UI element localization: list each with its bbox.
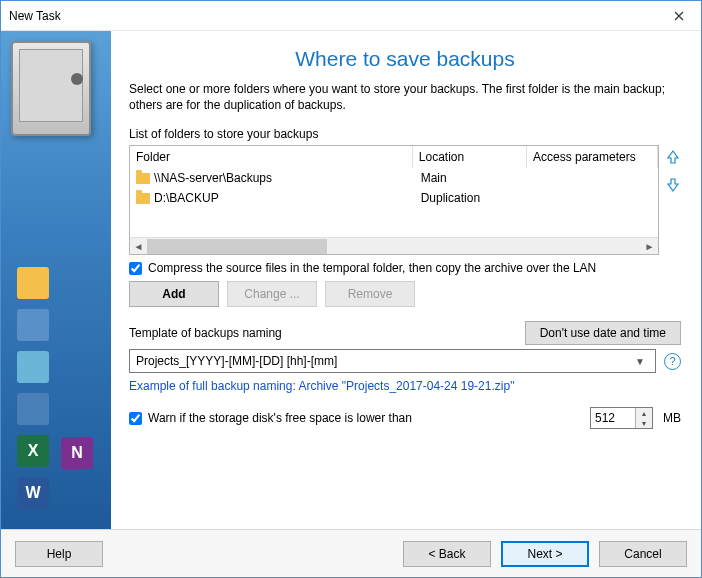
move-down-button[interactable] (665, 177, 681, 193)
folder-icon (136, 173, 150, 184)
folder-icon (17, 267, 49, 299)
table-row[interactable]: \\NAS-server\Backups Main (130, 168, 658, 188)
warn-label: Warn if the storage disk's free space is… (148, 411, 412, 425)
template-label: Template of backups naming (129, 326, 282, 340)
remove-button[interactable]: Remove (325, 281, 415, 307)
sidebar-icons-2: N (61, 437, 93, 469)
reorder-arrows (665, 145, 681, 255)
move-up-button[interactable] (665, 149, 681, 165)
spin-down-icon[interactable]: ▼ (636, 418, 652, 428)
close-icon (674, 11, 684, 21)
contacts-icon (17, 393, 49, 425)
content: Where to save backups Select one or more… (111, 31, 701, 529)
compress-checkbox-row[interactable]: Compress the source files in the tempora… (129, 261, 681, 275)
close-button[interactable] (656, 1, 701, 30)
page-title: Where to save backups (129, 47, 681, 71)
folders-table[interactable]: Folder Location Access parameters \\NAS-… (129, 145, 659, 255)
template-combobox[interactable]: ▼ (129, 349, 656, 373)
col-folder[interactable]: Folder (130, 146, 413, 168)
change-button[interactable]: Change ... (227, 281, 317, 307)
new-task-window: New Task X W N Where to save backups Se (0, 0, 702, 578)
sidebar: X W N (1, 31, 111, 529)
warn-spinner[interactable]: ▲ ▼ (590, 407, 653, 429)
compress-checkbox[interactable] (129, 262, 142, 275)
table-body: \\NAS-server\Backups Main D:\BACKUP Dupl… (130, 168, 658, 237)
chevron-down-icon[interactable]: ▼ (631, 356, 649, 367)
back-button[interactable]: < Back (403, 541, 491, 567)
help-icon[interactable]: ? (664, 353, 681, 370)
col-location[interactable]: Location (413, 146, 527, 168)
picture-icon (17, 351, 49, 383)
footer: Help < Back Next > Cancel (1, 529, 701, 577)
compress-label: Compress the source files in the tempora… (148, 261, 596, 275)
help-button[interactable]: Help (15, 541, 103, 567)
spin-up-icon[interactable]: ▲ (636, 408, 652, 418)
window-title: New Task (9, 9, 656, 23)
no-date-button[interactable]: Don't use date and time (525, 321, 681, 345)
cell-location: Duplication (421, 191, 528, 205)
excel-icon: X (17, 435, 49, 467)
body: X W N Where to save backups Select one o… (1, 31, 701, 529)
folder-buttons: Add Change ... Remove (129, 281, 681, 307)
warn-value-input[interactable] (591, 408, 635, 428)
cell-folder: \\NAS-server\Backups (154, 171, 272, 185)
template-input[interactable] (136, 354, 631, 368)
scroll-thumb[interactable] (147, 239, 327, 254)
table-header: Folder Location Access parameters (130, 146, 658, 168)
cell-folder: D:\BACKUP (154, 191, 219, 205)
example-text: Example of full backup naming: Archive "… (129, 379, 681, 393)
titlebar: New Task (1, 1, 701, 31)
warn-unit: MB (663, 411, 681, 425)
sidebar-icons: X W (17, 267, 49, 509)
next-button[interactable]: Next > (501, 541, 589, 567)
safe-illustration (11, 41, 91, 136)
list-label: List of folders to store your backups (129, 127, 681, 141)
scroll-right-icon[interactable]: ► (641, 238, 658, 255)
cell-location: Main (421, 171, 528, 185)
description: Select one or more folders where you wan… (129, 81, 681, 113)
horizontal-scrollbar[interactable]: ◄ ► (130, 237, 658, 254)
col-access[interactable]: Access parameters (527, 146, 658, 168)
table-row[interactable]: D:\BACKUP Duplication (130, 188, 658, 208)
onenote-icon: N (61, 437, 93, 469)
database-icon (17, 309, 49, 341)
warn-checkbox[interactable] (129, 412, 142, 425)
folder-icon (136, 193, 150, 204)
scroll-left-icon[interactable]: ◄ (130, 238, 147, 255)
word-icon: W (17, 477, 49, 509)
warn-row: Warn if the storage disk's free space is… (129, 407, 681, 429)
add-button[interactable]: Add (129, 281, 219, 307)
cancel-button[interactable]: Cancel (599, 541, 687, 567)
